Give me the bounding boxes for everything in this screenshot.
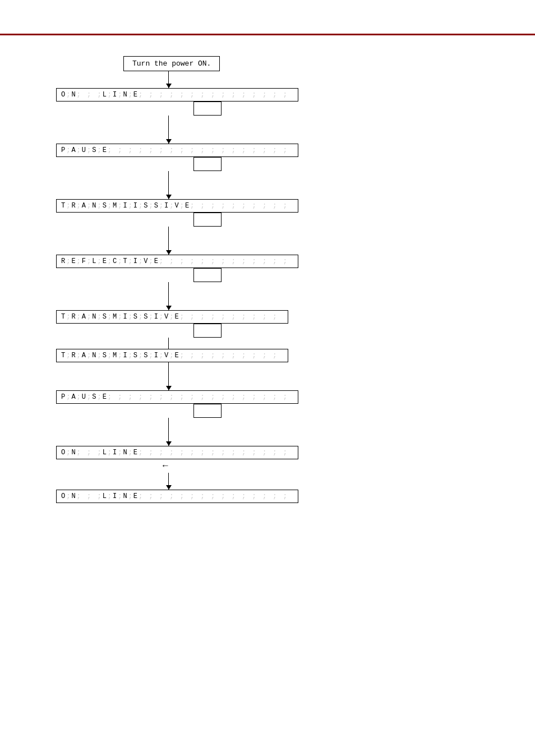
- state-box-4: R;E;F;L;E;C;T;I;V;E; ; ; ; ; ; ; ; ; ; ;…: [56, 255, 298, 268]
- start-box: Turn the power ON.: [123, 56, 220, 71]
- arrow-3: [168, 182, 169, 199]
- small-box-7: [193, 404, 222, 418]
- spacer-7: [168, 418, 169, 429]
- state-label-8: O;N; ; ;L;I;N;E; ; ; ; ; ; ; ; ; ; ; ; ;…: [61, 449, 293, 457]
- state-label-7: P;A;U;S;E; ; ; ; ; ; ; ; ; ; ; ; ; ; ; ;…: [61, 393, 293, 401]
- state-label-9: O;N; ; ;L;I;N;E; ; ; ; ; ; ; ; ; ; ; ; ;…: [61, 492, 293, 500]
- state-label-6: T;R;A;N;S;M;I;S;S;I;V;E; ; ; ; ; ; ; ; ;…: [61, 352, 283, 359]
- arrow-2: [168, 127, 169, 144]
- spacer-4: [168, 282, 169, 293]
- arrow-8: [168, 473, 169, 490]
- state-label-3: T;R;A;N;S;M;I;I;S;S;I;V;E; ; ; ; ; ; ; ;…: [61, 202, 293, 210]
- spacer-5: [168, 338, 169, 349]
- state-box-3: T;R;A;N;S;M;I;I;S;S;I;V;E; ; ; ; ; ; ; ;…: [56, 199, 298, 213]
- small-box-3: [193, 213, 222, 227]
- state-box-7: P;A;U;S;E; ; ; ; ; ; ; ; ; ; ; ; ; ; ; ;…: [56, 390, 298, 404]
- spacer-2: [168, 171, 169, 182]
- spacer-3: [168, 227, 169, 238]
- small-box-5: [193, 324, 222, 338]
- small-box-1: [193, 102, 222, 116]
- small-box-4: [193, 268, 222, 282]
- spacer-1: [168, 116, 169, 127]
- state-label-1: O;N; ; ;L;I;N;E; ; ; ; ; ; ; ; ; ; ; ; ;…: [61, 91, 293, 99]
- state-box-8: O;N; ; ;L;I;N;E; ; ; ; ; ; ; ; ; ; ; ; ;…: [56, 446, 298, 459]
- state-box-5: T;R;A;N;S;M;I;S;S;I;V;E; ; ; ; ; ; ; ; ;…: [56, 310, 288, 324]
- arrow-5: [168, 293, 169, 310]
- arrow-1: [168, 71, 169, 88]
- state-label-4: R;E;F;L;E;C;T;I;V;E; ; ; ; ; ; ; ; ; ; ;…: [61, 257, 293, 265]
- state-box-9: O;N; ; ;L;I;N;E; ; ; ; ; ; ; ; ; ; ; ; ;…: [56, 490, 298, 503]
- left-arrow: ←: [163, 461, 168, 471]
- state-box-2: P;A;U;S;E; ; ; ; ; ; ; ; ; ; ; ; ; ; ; ;…: [56, 144, 298, 157]
- small-box-2: [193, 157, 222, 171]
- top-border: [0, 34, 535, 35]
- spacer-6: [168, 362, 169, 374]
- diagram-container: Turn the power ON. O;N; ; ;L;I;N;E; ; ; …: [56, 56, 298, 503]
- state-box-1: O;N; ; ;L;I;N;E; ; ; ; ; ; ; ; ; ; ; ; ;…: [56, 88, 298, 102]
- state-label-5: T;R;A;N;S;M;I;S;S;I;V;E; ; ; ; ; ; ; ; ;…: [61, 313, 283, 321]
- state-label-2: P;A;U;S;E; ; ; ; ; ; ; ; ; ; ; ; ; ; ; ;…: [61, 146, 293, 154]
- arrow-6: [168, 374, 169, 390]
- state-box-6: T;R;A;N;S;M;I;S;S;I;V;E; ; ; ; ; ; ; ; ;…: [56, 349, 288, 362]
- arrow-7: [168, 429, 169, 446]
- arrow-4: [168, 238, 169, 255]
